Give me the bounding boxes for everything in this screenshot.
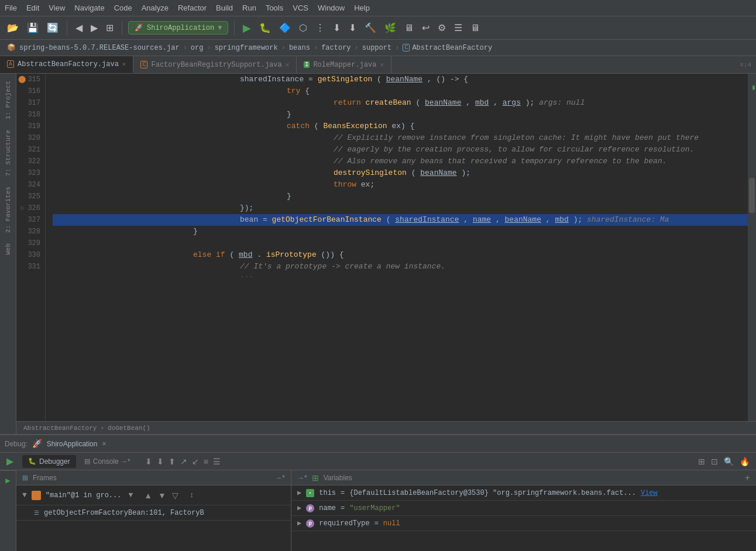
tab-close-2[interactable]: ✕ <box>380 61 384 68</box>
thread-settings-icon[interactable]: ↕ <box>190 491 194 500</box>
debug-tab-console[interactable]: ▤ Console →* <box>78 455 136 468</box>
menu-run[interactable]: Run <box>242 4 256 12</box>
tool3-btn[interactable]: 🖥 <box>402 20 416 36</box>
breadcrumb-factory[interactable]: factory <box>321 44 350 52</box>
menu-view[interactable]: View <box>49 4 65 12</box>
menu-vcs[interactable]: VCS <box>293 4 308 12</box>
debug-toolbar: ▶ 🐛 Debugger ▤ Console →* ⬇ ⬇ ⬆ ↗ ↙ ≡ ☰ … <box>0 453 756 470</box>
menu-help[interactable]: Help <box>354 4 370 12</box>
tab-abstract-bean-factory[interactable]: A AbstractBeanFactory.java ✕ <box>0 56 133 73</box>
debug-step-into-btn[interactable]: ⬇ <box>155 455 166 468</box>
console-icon: ▤ <box>84 457 90 465</box>
open-folder-btn[interactable]: 📂 <box>5 20 21 36</box>
profile-btn[interactable]: ⬡ <box>297 20 310 36</box>
run-config-selector[interactable]: 🚀 ShiroApplication ▼ <box>128 21 228 35</box>
var-icon-this: ▪ <box>306 489 314 497</box>
variables-add-btn[interactable]: + <box>745 473 750 483</box>
menu-navigate[interactable]: Navigate <box>74 4 104 12</box>
debug-force-btn[interactable]: ↙ <box>190 455 201 468</box>
menu-tools[interactable]: Tools <box>266 4 283 12</box>
coverage-btn[interactable]: 🔷 <box>277 20 293 36</box>
more-run-btn[interactable]: ⋮ <box>313 20 327 36</box>
debug-frames-panel: ⊞ Frames →* ▼ ⬤ "main"@1 in gro... ▼ ▲ ▼… <box>16 470 291 551</box>
step-over-btn[interactable]: ⬇ <box>331 20 343 36</box>
menu-build[interactable]: Build <box>216 4 233 12</box>
breadcrumb-sep1: › <box>183 44 187 52</box>
thread-filter-btn[interactable]: ▽ <box>170 489 180 502</box>
debug-jump-btn[interactable]: ↗ <box>178 455 189 468</box>
thread-step-down-btn[interactable]: ▼ <box>156 489 168 502</box>
thread-dropdown[interactable]: ▼ <box>128 491 133 500</box>
tool1-btn[interactable]: 🔨 <box>362 20 379 36</box>
sync-btn[interactable]: 🔄 <box>44 20 61 36</box>
debug-watch-btn[interactable]: ☰ <box>211 455 222 468</box>
tab-close-0[interactable]: ✕ <box>122 60 126 68</box>
undo-btn[interactable]: ↩ <box>420 20 432 36</box>
debug-resume-sidebar-btn[interactable]: ▶ <box>3 473 12 488</box>
var-value-this-link[interactable]: View <box>641 489 658 497</box>
var-expand-required[interactable]: ▶ <box>297 519 301 528</box>
debug-search-btn[interactable]: 🔍 <box>722 455 736 468</box>
var-expand-name[interactable]: ▶ <box>297 504 301 512</box>
debug-tab-label-0: Debugger <box>39 457 70 466</box>
menu-edit[interactable]: Edit <box>26 4 39 12</box>
breadcrumb-beans[interactable]: beans <box>289 44 310 52</box>
tab-close-1[interactable]: ✕ <box>286 61 290 68</box>
var-expand-this[interactable]: ▶ <box>297 488 301 497</box>
menu-window[interactable]: Window <box>318 4 345 12</box>
debug-close-btn[interactable]: ✕ <box>102 439 106 448</box>
debug-thread-row[interactable]: ▼ ⬤ "main"@1 in gro... ▼ ▲ ▼ ▽ ↕ <box>16 485 291 505</box>
sidebar-tab-favorites[interactable]: 2: Favorites <box>2 182 14 237</box>
tab-label-1: FactoryBeanRegistrySupport.java <box>151 61 281 69</box>
frames-title: Frames <box>33 474 57 482</box>
step-into-btn[interactable]: ⬇ <box>346 20 359 36</box>
line-num-322: 322 <box>16 156 40 167</box>
sidebar-tab-project[interactable]: 1: Project <box>2 76 14 124</box>
debug-layout-btn[interactable]: ⊞ <box>696 455 707 468</box>
debug-restore-btn[interactable]: ⊡ <box>709 455 720 468</box>
menu-file[interactable]: File <box>5 4 17 12</box>
debug-tab-debugger[interactable]: 🐛 Debugger <box>22 455 76 468</box>
debug-eval-btn[interactable]: ≡ <box>202 455 210 468</box>
sidebar-tab-structure[interactable]: 7: Structure <box>2 125 14 181</box>
scrollbar-thumb[interactable] <box>749 178 755 213</box>
save-btn[interactable]: 💾 <box>25 20 41 36</box>
sidebar-tab-web[interactable]: Web <box>2 239 14 260</box>
var-row-this: ▶ ▪ this = {DefaultListableBeanFactory@3… <box>291 485 756 501</box>
debug-frame-row-0[interactable]: ☰ getObjectFromFactoryBean:101, FactoryB <box>16 505 291 521</box>
breadcrumb-org[interactable]: org <box>191 44 204 52</box>
back-btn[interactable]: ◀ <box>73 20 85 36</box>
breadcrumb-jar[interactable]: spring-beans-5.0.7.RELEASE-sources.jar <box>19 44 180 52</box>
debug-btn[interactable]: 🐛 <box>257 20 273 36</box>
debug-step-out-btn[interactable]: ⬆ <box>167 455 177 468</box>
terminal-btn[interactable]: 🖥 <box>468 20 482 36</box>
forward-btn[interactable]: ▶ <box>88 20 100 36</box>
layout-btn[interactable]: ☰ <box>452 20 465 36</box>
breadcrumb-sep2: › <box>207 44 211 52</box>
toggle-view-btn[interactable]: ⊞ <box>104 20 116 36</box>
thread-expand-icon[interactable]: ▼ <box>22 491 27 500</box>
scrollbar-green-indicator <box>752 85 755 90</box>
frames-header: ⊞ Frames →* <box>16 470 291 485</box>
breadcrumb-support[interactable]: support <box>362 44 391 52</box>
breadcrumb-spring[interactable]: springframework <box>215 44 278 52</box>
tabs-bar: A AbstractBeanFactory.java ✕ C FactoryBe… <box>0 56 756 74</box>
debug-resume-btn[interactable]: ▶ <box>5 454 15 469</box>
debug-fire-btn[interactable]: 🔥 <box>738 455 751 468</box>
tool2-btn[interactable]: 🌿 <box>382 20 398 36</box>
debug-step-over-btn[interactable]: ⬇ <box>143 455 154 468</box>
right-scrollbar[interactable] <box>748 74 756 421</box>
menu-analyze[interactable]: Analyze <box>142 4 169 12</box>
menu-refactor[interactable]: Refactor <box>178 4 207 12</box>
thread-step-up-btn[interactable]: ▲ <box>142 489 154 502</box>
frames-forward-icon[interactable]: →* <box>275 474 285 482</box>
tab-factory-bean-registry[interactable]: C FactoryBeanRegistrySupport.java ✕ <box>133 56 297 73</box>
code-bottom-breadcrumb: AbstractBeanFactory › doGetBean() <box>16 421 756 434</box>
menu-code[interactable]: Code <box>114 4 132 12</box>
fold-icon-326[interactable]: ◇ <box>18 202 25 214</box>
breadcrumb-class[interactable]: AbstractBeanFactory <box>412 44 492 52</box>
code-line-320: // Explicitly remove instance from singl… <box>53 132 748 144</box>
tab-role-mapper[interactable]: I RoleMapper.java ✕ <box>297 56 391 73</box>
run-btn[interactable]: ▶ <box>240 19 253 37</box>
settings-btn[interactable]: ⚙ <box>435 20 448 36</box>
